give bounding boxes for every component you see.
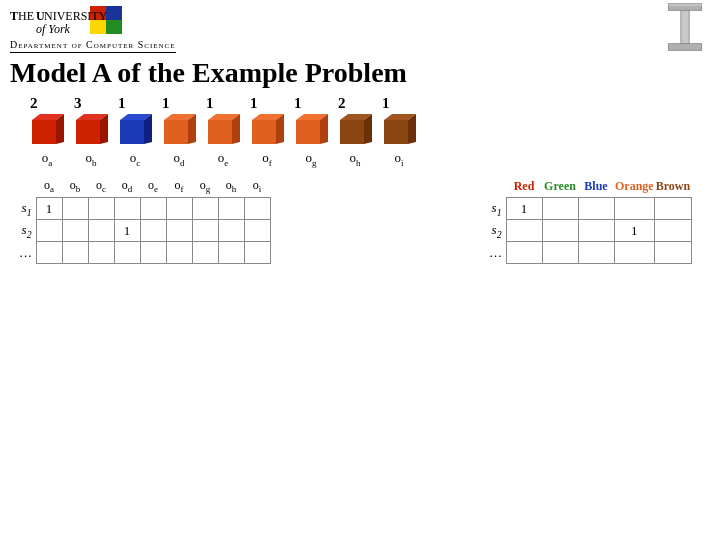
right-row-label-s1: s1 — [470, 198, 506, 220]
right-corner-cell — [470, 176, 506, 198]
left-cell-s2-i — [244, 220, 270, 242]
object-d: 1 od — [162, 95, 196, 168]
left-cell-s2-c — [88, 220, 114, 242]
right-col-header-brown: Brown — [655, 176, 691, 198]
count-h: 2 — [338, 95, 346, 112]
right-matrix-table: Red Green Blue Orange Brown s1 1 s2 — [470, 176, 692, 265]
left-cell-s2-b — [62, 220, 88, 242]
right-row-s1: s1 1 — [470, 198, 691, 220]
right-cell-ell-brown — [655, 242, 691, 264]
left-corner-cell — [10, 176, 36, 198]
left-cell-s1-b — [62, 198, 88, 220]
svg-rect-29 — [252, 120, 276, 144]
svg-rect-20 — [120, 120, 144, 144]
right-cell-s2-blue — [578, 220, 614, 242]
left-matrix: oa ob oc od oe of og oh oi s1 1 — [10, 176, 454, 265]
main-title: Model A of the Example Problem — [0, 53, 720, 95]
cube-i — [382, 114, 416, 148]
label-c: oc — [130, 150, 141, 168]
right-col-header-orange: Orange — [614, 176, 655, 198]
svg-rect-26 — [208, 120, 232, 144]
count-a: 2 — [30, 95, 38, 112]
object-i: 1 oi — [382, 95, 416, 168]
right-cell-s2-brown — [655, 220, 691, 242]
right-cell-s1-brown — [655, 198, 691, 220]
object-b: 3 ob — [74, 95, 108, 168]
right-cell-ell-blue — [578, 242, 614, 264]
ibeam-icon — [660, 2, 710, 52]
right-cell-s2-orange: 1 — [614, 220, 655, 242]
left-cell-s1-g — [192, 198, 218, 220]
left-col-header-f: of — [166, 176, 192, 198]
cube-a — [30, 114, 64, 148]
object-h: 2 oh — [338, 95, 372, 168]
left-cell-ell-e — [140, 242, 166, 264]
svg-rect-11 — [681, 10, 689, 43]
dept-name: Department of Computer Science — [10, 39, 176, 53]
svg-rect-13 — [668, 4, 701, 7]
logo-area: T HE U NIVERSITY of York Department of C… — [10, 6, 176, 53]
object-e: 1 oe — [206, 95, 240, 168]
left-cell-s2-a — [36, 220, 62, 242]
count-d: 1 — [162, 95, 170, 112]
left-cell-s1-h — [218, 198, 244, 220]
right-col-header-blue: Blue — [578, 176, 614, 198]
count-c: 1 — [118, 95, 126, 112]
right-row-ellipsis: … — [470, 242, 691, 264]
left-cell-s2-e — [140, 220, 166, 242]
left-col-header-b: ob — [62, 176, 88, 198]
svg-rect-38 — [384, 120, 408, 144]
right-row-label-s2: s2 — [470, 220, 506, 242]
left-cell-s1-a: 1 — [36, 198, 62, 220]
left-matrix-table: oa ob oc od oe of og oh oi s1 1 — [10, 176, 271, 265]
left-row-s1: s1 1 — [10, 198, 270, 220]
svg-text:of York: of York — [36, 22, 71, 36]
object-f: 1 of — [250, 95, 284, 168]
left-cell-ell-d — [114, 242, 140, 264]
logo-image: T HE U NIVERSITY of York — [10, 6, 176, 38]
right-row-label-ellipsis: … — [470, 242, 506, 264]
left-row-ellipsis: … — [10, 242, 270, 264]
right-cell-ell-red — [506, 242, 542, 264]
objects-row: 2 oa 3 ob 1 oc 1 od — [0, 95, 720, 168]
left-col-header-d: od — [114, 176, 140, 198]
svg-rect-12 — [668, 44, 701, 51]
left-col-header-i: oi — [244, 176, 270, 198]
svg-rect-23 — [164, 120, 188, 144]
svg-text:T: T — [10, 9, 18, 23]
object-c: 1 oc — [118, 95, 152, 168]
university-logo: T HE U NIVERSITY of York — [10, 6, 130, 38]
object-a: 2 oa — [30, 95, 64, 168]
left-row-label-s1: s1 — [10, 198, 36, 220]
right-row-s2: s2 1 — [470, 220, 691, 242]
left-cell-ell-c — [88, 242, 114, 264]
left-cell-s1-i — [244, 198, 270, 220]
left-col-header-e: oe — [140, 176, 166, 198]
cube-f — [250, 114, 284, 148]
header: T HE U NIVERSITY of York Department of C… — [0, 0, 720, 53]
left-col-header-h: oh — [218, 176, 244, 198]
cube-h — [338, 114, 372, 148]
right-cell-s1-orange — [614, 198, 655, 220]
right-col-header-red: Red — [506, 176, 542, 198]
left-row-label-ellipsis: … — [10, 242, 36, 264]
cube-e — [206, 114, 240, 148]
count-f: 1 — [250, 95, 258, 112]
svg-rect-2 — [106, 6, 122, 20]
svg-rect-32 — [296, 120, 320, 144]
svg-text:NIVERSITY: NIVERSITY — [44, 9, 108, 23]
matrices-area: oa ob oc od oe of og oh oi s1 1 — [0, 176, 720, 265]
left-cell-s1-c — [88, 198, 114, 220]
left-cell-ell-a — [36, 242, 62, 264]
svg-text:HE: HE — [18, 9, 34, 23]
left-col-header-c: oc — [88, 176, 114, 198]
count-e: 1 — [206, 95, 214, 112]
left-row-label-s2: s2 — [10, 220, 36, 242]
svg-rect-17 — [76, 120, 100, 144]
left-col-header-g: og — [192, 176, 218, 198]
cube-b — [74, 114, 108, 148]
left-row-s2: s2 1 — [10, 220, 270, 242]
right-cell-s2-red — [506, 220, 542, 242]
left-cell-ell-g — [192, 242, 218, 264]
right-cell-s1-blue — [578, 198, 614, 220]
